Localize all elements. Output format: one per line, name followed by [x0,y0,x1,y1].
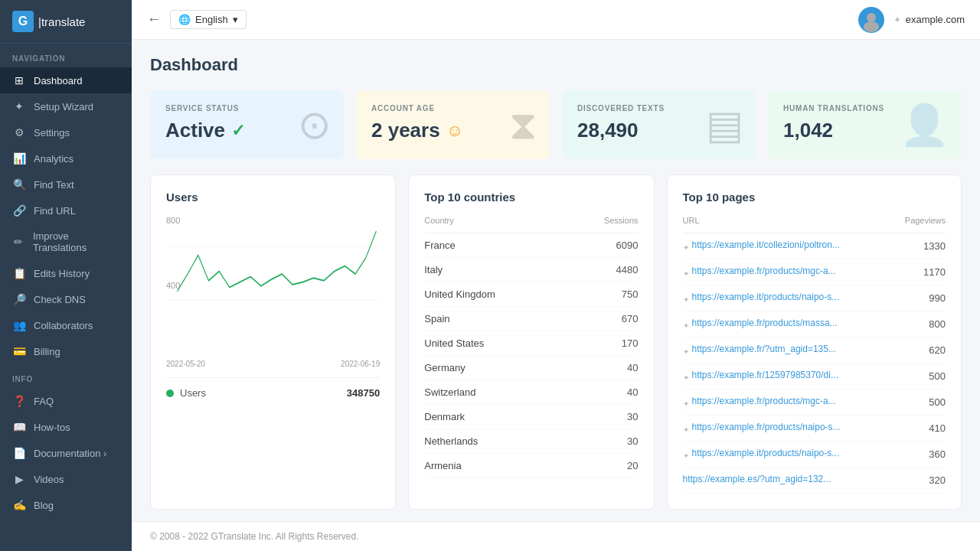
legend-dot [166,390,174,397]
sidebar-item-analytics[interactable]: 📊Analytics [0,145,132,171]
sidebar-nav: ⊞Dashboard✦Setup Wizard⚙Settings📊Analyti… [0,67,132,364]
country-name: United Kingdom [424,282,568,307]
table-row: https://example.es/?utm_agid=132...320 [683,468,946,494]
users-panel: Users 800 400 2022-05-20 2022-06-19 [150,174,396,510]
table-row: Germany40 [424,356,638,380]
pageview-count: 500 [892,364,946,390]
country-name: Netherlands [424,429,568,454]
table-row: ✦https://example.fr/products/mgc-a...117… [683,259,946,285]
info-label-faq: FAQ [34,396,54,407]
url-icon: ✦ [683,321,689,330]
pages-table: URL Pageviews ✦https://example.it/collez… [683,216,946,494]
sidebar-item-dashboard[interactable]: ⊞Dashboard [0,67,132,93]
country-name: Germany [424,356,568,380]
stat-bg-icon-service-status: ⊙ [298,102,332,148]
page-url: ✦https://example.fr/?utm_agid=135... [683,337,892,364]
stat-cards: SERVICE STATUS Active✓ ⊙ ACCOUNT AGE 2 y… [150,90,962,159]
sidebar-item-find-url[interactable]: 🔗Find URL [0,197,132,223]
info-icon-how-tos: 📖 [12,421,26,433]
sidebar-item-edits-history[interactable]: 📋Edits History [0,260,132,286]
sidebar-item-check-dns[interactable]: 🔎Check DNS [0,286,132,312]
logo-g: G [12,11,34,32]
users-panel-title: Users [166,191,380,204]
sidebar-item-faq[interactable]: ❓FAQ [0,388,132,414]
pageview-count: 1170 [892,259,946,285]
domain-label: ✦ example.com [893,14,965,25]
nav-icon-find-url: 🔗 [12,204,26,217]
nav-icon-setup-wizard: ✦ [12,100,26,112]
page-url: ✦https://example.fr/12597985370/di... [683,364,892,390]
page-url: ✦https://example.it/products/naipo-s... [683,442,892,468]
footer: © 2008 - 2022 GTranslate Inc. All Rights… [132,521,980,551]
nav-icon-analytics: 📊 [12,152,26,165]
language-selector[interactable]: 🌐 English ▾ [170,10,247,29]
sidebar-item-setup-wizard[interactable]: ✦Setup Wizard [0,93,132,119]
page-url: https://example.es/?utm_agid=132... [683,468,892,494]
sidebar-item-documentation[interactable]: 📄Documentation › [0,440,132,466]
page-url: ✦https://example.it/collezioni/poltron..… [683,233,892,259]
pageview-count: 410 [892,416,946,442]
chart-x-labels: 2022-05-20 2022-06-19 [166,360,380,368]
page-url: ✦https://example.fr/products/naipo-s... [683,416,892,442]
url-icon: ✦ [683,373,689,382]
lang-label: English [195,14,228,25]
nav-icon-edits-history: 📋 [12,267,26,279]
country-name: Switzerland [424,380,568,405]
info-icon-videos: ▶ [12,473,26,485]
sidebar: G |translate NAVIGATION ⊞Dashboard✦Setup… [0,0,132,551]
nav-label-improve-translations: Improve Translations [33,230,119,253]
sidebar-item-settings[interactable]: ⚙Settings [0,119,132,145]
x-label-start: 2022-05-20 [166,360,205,368]
url-icon: ✦ [683,269,689,278]
sidebar-item-billing[interactable]: 💳Billing [0,338,132,364]
session-count: 4480 [569,258,639,282]
stat-bg-icon-human-translations: 👤 [900,102,949,148]
svg-point-1 [864,21,879,32]
info-icon-faq: ❓ [12,395,26,407]
pageview-count: 800 [892,311,946,337]
table-row: ✦https://example.fr/?utm_agid=135...620 [683,337,946,364]
table-row: Spain670 [424,307,638,331]
table-row: Netherlands30 [424,429,638,454]
nav-label-check-dns: Check DNS [34,294,86,305]
countries-table: Country Sessions France6090Italy4480Unit… [424,216,638,478]
table-row: ✦https://example.fr/products/mgc-a...500 [683,390,946,416]
top-countries-title: Top 10 countries [424,191,638,204]
sidebar-item-blog[interactable]: ✍Blog [0,492,132,518]
nav-label-billing: Billing [34,346,60,357]
pageview-count: 500 [892,390,946,416]
logo: G |translate [0,0,132,44]
info-icon-blog: ✍ [12,499,26,511]
stat-card-account-age: ACCOUNT AGE 2 years☺ ⧗ [356,90,550,159]
avatar[interactable] [858,7,884,33]
page-url: ✦https://example.it/products/naipo-s... [683,285,892,311]
table-row: ✦https://example.fr/products/massa...800 [683,311,946,337]
sidebar-item-improve-translations[interactable]: ✏Improve Translations [0,223,132,260]
session-count: 670 [569,307,639,331]
nav-label-find-url: Find URL [34,205,76,217]
nav-icon-billing: 💳 [12,345,26,357]
sidebar-item-collaborators[interactable]: 👥Collaborators [0,312,132,338]
back-button[interactable]: ← [147,11,161,28]
main-area: ← 🌐 English ▾ ✦ example.com Dashboard SE… [132,0,980,551]
info-label-how-tos: How-tos [34,422,70,433]
table-row: ✦https://example.it/products/naipo-s...3… [683,442,946,468]
page-url: ✦https://example.fr/products/mgc-a... [683,390,892,416]
country-name: Italy [424,258,568,282]
top-pages-panel: Top 10 pages URL Pageviews ✦https://exam… [667,174,962,510]
nav-icon-settings: ⚙ [12,126,26,139]
sidebar-item-find-text[interactable]: 🔍Find Text [0,171,132,197]
info-section-label: INFO [0,364,132,388]
logo-text: |translate [38,15,85,28]
table-row: Armenia20 [424,454,638,478]
smiley-icon: ☺ [446,121,463,141]
top-countries-panel: Top 10 countries Country Sessions France… [408,174,654,510]
nav-icon-improve-translations: ✏ [12,236,25,248]
stat-card-human-translations: HUMAN TRANSLATIONS 1,042 👤 [768,90,962,159]
sidebar-item-how-tos[interactable]: 📖How-tos [0,414,132,440]
nav-label-collaborators: Collaborators [34,320,93,331]
check-icon: ✓ [231,121,245,141]
sidebar-item-videos[interactable]: ▶Videos [0,466,132,492]
pageview-count: 620 [892,337,946,364]
table-row: ✦https://example.fr/products/naipo-s...4… [683,416,946,442]
